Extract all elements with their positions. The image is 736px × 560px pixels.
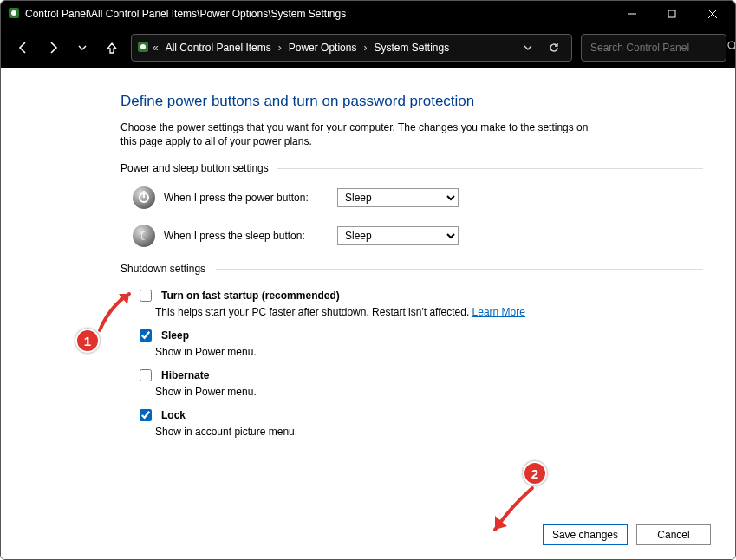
annotation-badge-2: 2 <box>523 461 547 485</box>
lock-title: Lock <box>161 409 186 421</box>
window-title: Control Panel\All Control Panel Items\Po… <box>25 8 346 20</box>
hibernate-title: Hibernate <box>161 369 209 381</box>
save-changes-button[interactable]: Save changes <box>543 524 628 545</box>
chevron-right-icon: › <box>277 42 283 54</box>
fast-startup-title: Turn on fast startup (recommended) <box>161 290 340 302</box>
breadcrumb-item[interactable]: Power Options <box>285 40 361 55</box>
breadcrumb-prefix-icon: « <box>151 42 160 54</box>
annotation-badge-1: 1 <box>75 329 100 353</box>
back-button[interactable] <box>10 34 37 62</box>
learn-more-link[interactable]: Learn More <box>472 306 525 318</box>
search-box[interactable] <box>581 34 726 62</box>
cancel-button[interactable]: Cancel <box>636 524 711 545</box>
sleep-button-row: ☾ When I press the sleep button: Sleep <box>133 225 712 247</box>
setting-sleep: Sleep Show in Power menu. <box>136 327 712 358</box>
search-icon <box>727 41 736 55</box>
power-icon <box>133 186 155 209</box>
fast-startup-checkbox[interactable] <box>140 290 152 302</box>
svg-point-7 <box>140 44 146 49</box>
recent-dropdown[interactable] <box>68 34 96 62</box>
search-input[interactable] <box>589 41 722 55</box>
sleep-desc: Show in Power menu. <box>155 346 712 358</box>
setting-lock: Lock Show in account picture menu. <box>136 407 712 438</box>
section-title-power-sleep: Power and sleep button settings <box>120 162 712 174</box>
refresh-button[interactable] <box>542 36 566 60</box>
hibernate-checkbox[interactable] <box>140 369 152 381</box>
breadcrumb-item[interactable]: System Settings <box>370 40 453 55</box>
close-button[interactable] <box>692 1 733 27</box>
section-title-shutdown: Shutdown settings <box>120 263 712 275</box>
address-bar[interactable]: « All Control Panel Items › Power Option… <box>131 34 572 62</box>
sleep-checkbox[interactable] <box>140 329 152 342</box>
chevron-right-icon: › <box>361 42 368 54</box>
sleep-button-label: When I press the sleep button: <box>164 230 329 242</box>
lock-checkbox[interactable] <box>140 409 152 421</box>
fast-startup-desc: This helps start your PC faster after sh… <box>155 306 712 318</box>
titlebar: Control Panel\All Control Panel Items\Po… <box>1 1 735 27</box>
svg-rect-3 <box>668 10 675 17</box>
annotation-arrow-2 <box>485 481 545 542</box>
setting-hibernate: Hibernate Show in Power menu. <box>136 367 712 398</box>
page-description: Choose the power settings that you want … <box>120 120 606 148</box>
power-button-row: When I press the power button: Sleep <box>133 186 712 209</box>
power-button-select[interactable]: Sleep <box>337 188 459 207</box>
sleep-title: Sleep <box>161 329 189 342</box>
sleep-icon: ☾ <box>133 225 155 247</box>
breadcrumb-item[interactable]: All Control Panel Items <box>162 40 275 55</box>
svg-point-1 <box>11 10 16 16</box>
hibernate-desc: Show in Power menu. <box>155 386 712 398</box>
window-frame: Control Panel\All Control Panel Items\Po… <box>0 0 736 560</box>
minimize-button[interactable] <box>612 1 652 27</box>
up-button[interactable] <box>98 34 126 62</box>
address-dropdown[interactable] <box>516 36 540 60</box>
lock-desc: Show in account picture menu. <box>155 426 712 438</box>
navbar: « All Control Panel Items › Power Option… <box>1 27 735 68</box>
panel-icon <box>137 41 149 55</box>
forward-button[interactable] <box>39 34 67 62</box>
power-button-label: When I press the power button: <box>164 192 329 204</box>
svg-marker-11 <box>495 516 507 530</box>
page-title: Define power buttons and turn on passwor… <box>120 93 712 110</box>
content-area: Define power buttons and turn on passwor… <box>1 68 735 559</box>
control-panel-icon <box>8 7 20 22</box>
maximize-button[interactable] <box>652 1 692 27</box>
svg-point-8 <box>728 42 735 49</box>
action-buttons: Save changes Cancel <box>543 524 711 545</box>
setting-fast-startup: Turn on fast startup (recommended) This … <box>136 287 712 318</box>
sleep-button-select[interactable]: Sleep <box>337 226 459 245</box>
